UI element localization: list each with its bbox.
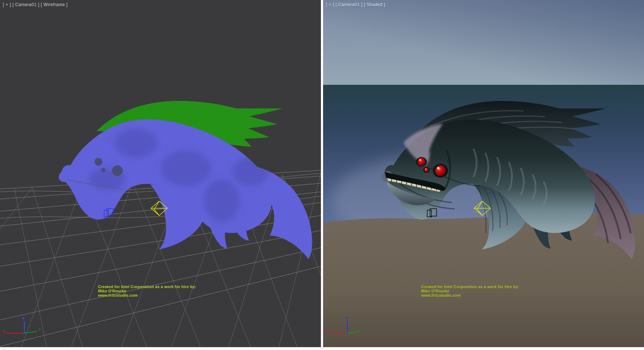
viewport-label-shaded[interactable]: [ + ] [ Camera01 ] [ Shaded ] — [326, 2, 385, 7]
copyright-annotation: Created for Intel Corporation as a work … — [421, 285, 519, 297]
viewport-shaded[interactable]: [ + ] [ Camera01 ] [ Shaded ] — [323, 0, 644, 347]
viewport-label-wireframe[interactable]: [ + ] [ Camera01 ] [ Wireframe ] — [3, 2, 68, 7]
axis-y-line — [347, 331, 360, 333]
axis-z-label: z — [345, 316, 348, 320]
axis-y-line — [24, 331, 37, 333]
sky-corner-shade — [323, 0, 644, 85]
annotation-line-3: www.fritzstudio.com — [98, 293, 196, 297]
annotation-line-1: Created for Intel Corporation as a work … — [98, 285, 196, 289]
annotation-line-3: www.fritzstudio.com — [421, 293, 519, 297]
copyright-annotation: Created for Intel Corporation as a work … — [98, 285, 196, 297]
axis-y-label: y — [362, 326, 364, 331]
axis-z-label: z — [22, 316, 25, 320]
annotation-line-2: Mike O'Rourke — [98, 289, 196, 293]
annotation-line-2: Mike O'Rourke — [421, 289, 519, 293]
world-axis-tripod: x z y — [323, 315, 370, 340]
viewport-wireframe[interactable]: [ + ] [ Camera01 ] [ Wireframe ] — [0, 0, 321, 347]
axis-y-label: y — [39, 326, 41, 331]
axis-x-label: x — [3, 329, 5, 333]
world-axis-tripod: x z y — [0, 315, 47, 340]
wireframe-stipple-texture — [47, 93, 318, 265]
annotation-line-1: Created for Intel Corporation as a work … — [421, 285, 519, 289]
fish-model-wireframe[interactable] — [47, 93, 318, 265]
max-two-viewport-window: [ + ] [ Camera01 ] [ Wireframe ] — [0, 0, 644, 350]
axis-x-label: x — [326, 329, 328, 333]
